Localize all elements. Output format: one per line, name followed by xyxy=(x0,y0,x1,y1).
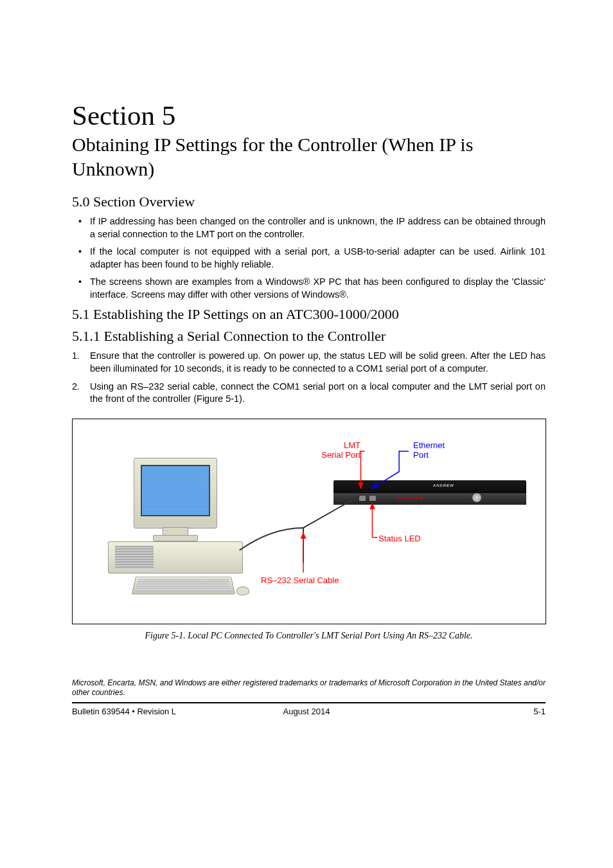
label-ethernet: EthernetPort xyxy=(413,440,445,460)
label-cable: RS–232 Serial Cable xyxy=(261,575,339,586)
footer-date: August 2014 xyxy=(283,707,330,716)
heading-overview: 5.0 Section Overview xyxy=(72,194,546,210)
overview-bullets: If IP addressing has been changed on the… xyxy=(72,215,546,301)
heading-5-1-1: 5.1.1 Establishing a Serial Connection t… xyxy=(72,328,546,345)
mouse-icon xyxy=(236,586,249,595)
step-text: Ensure that the controller is powered up… xyxy=(90,350,546,374)
pc-illustration xyxy=(95,458,253,602)
controller-device-icon: ANDREW xyxy=(333,480,526,505)
footer-divider xyxy=(72,702,546,703)
trademark-notice: Microsoft, Encarta, MSN, and Windows are… xyxy=(72,678,546,698)
bullet-item: If the local computer is not equipped wi… xyxy=(72,246,546,271)
footer-bulletin: Bulletin 639544 • Revision L xyxy=(72,707,176,716)
section-subtitle: Obtaining IP Settings for the Controller… xyxy=(72,132,546,181)
monitor-icon xyxy=(134,458,217,529)
steps-list: 1.Ensure that the controller is powered … xyxy=(72,350,546,405)
figure-5-1: ANDREW LMTSerial Port EthernetPort Statu… xyxy=(72,419,546,624)
label-status-led: Status LED xyxy=(378,534,421,544)
bullet-item: If IP addressing has been changed on the… xyxy=(72,215,546,240)
step-text: Using an RS–232 serial cable, connect th… xyxy=(90,381,546,404)
heading-5-1: 5.1 Establishing the IP Settings on an A… xyxy=(72,306,546,323)
tower-icon xyxy=(108,541,243,574)
device-logo: ANDREW xyxy=(433,484,454,487)
keyboard-icon xyxy=(132,576,235,594)
section-number: Section 5 xyxy=(72,100,546,131)
footer-page-number: 5-1 xyxy=(533,707,546,716)
step-item: 1.Ensure that the controller is powered … xyxy=(72,350,546,375)
page-footer: Bulletin 639544 • Revision L August 2014… xyxy=(72,707,546,716)
label-lmt: LMTSerial Port xyxy=(309,440,360,460)
bullet-item: The screens shown are examples from a Wi… xyxy=(72,276,546,301)
figure-caption: Figure 5-1. Local PC Connected To Contro… xyxy=(72,631,546,641)
step-item: 2.Using an RS–232 serial cable, connect … xyxy=(72,381,546,406)
